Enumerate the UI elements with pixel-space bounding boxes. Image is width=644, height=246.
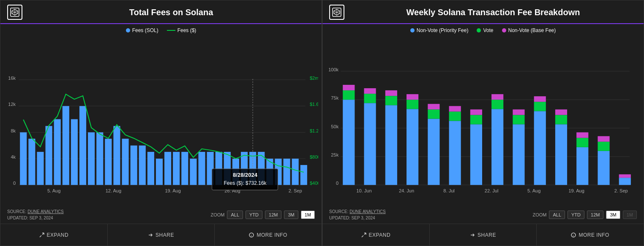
svg-rect-31 [113,126,120,185]
panel1-action-bar: EXPAND SHARE i MORE INFO [0,224,322,246]
svg-rect-38 [173,152,180,185]
svg-text:100k: 100k [328,67,338,72]
svg-rect-85 [364,88,376,94]
svg-text:2. Sep: 2. Sep [289,188,302,193]
svg-text:12. Aug: 12. Aug [106,188,121,193]
zoom-3m-btn[interactable]: 3M [284,211,298,219]
legend-dot-vote [477,28,481,32]
panel2-zoom-1m-btn[interactable]: 1M [623,211,637,219]
svg-text:5. Aug: 5. Aug [47,188,60,193]
panel1-header: Total Fees on Solana [0,0,322,20]
panel1-footer: SOURCE: DUNE ANALYTICS UPDATED: SEP 3, 2… [0,206,322,224]
svg-rect-105 [513,115,524,124]
info-icon-2: i [571,232,576,238]
svg-rect-20 [20,132,27,185]
svg-rect-40 [190,159,196,185]
svg-rect-102 [491,100,503,109]
panel2-source-link[interactable]: DUNE ANALYTICS [349,209,385,214]
svg-text:19. Aug: 19. Aug [165,188,180,193]
svg-rect-39 [181,152,188,185]
panel1-chart-area: 0 4k 8k 12k 16k $400k $800k $1.2m $1.6m … [0,35,322,206]
svg-text:10. Jun: 10. Jun [356,188,371,193]
legend-dot-fees-sol [126,28,130,32]
svg-rect-35 [147,152,154,185]
panel2-action-bar: EXPAND SHARE i MORE INFO [322,224,644,246]
legend-nonvote-priority: Non-Vote (Priority Fee) [410,27,469,33]
svg-text:4k: 4k [11,154,16,159]
svg-text:$1.6m: $1.6m [310,102,318,107]
svg-text:0: 0 [336,181,338,186]
share-icon [148,232,153,238]
svg-rect-86 [385,105,397,185]
svg-text:i: i [251,234,252,238]
svg-text:75k: 75k [331,95,338,100]
panel2-zoom-12m-btn[interactable]: 12M [587,211,603,219]
svg-text:25k: 25k [331,152,338,157]
panel2-share-btn[interactable]: SHARE [430,224,537,246]
svg-rect-25 [63,106,69,185]
panel2-header: Weekly Solana Transaction Fee Breakdown [322,0,644,20]
panel2-more-info-btn[interactable]: i MORE INFO [537,224,644,246]
panel1-expand-btn[interactable]: EXPAND [0,224,108,246]
svg-text:i: i [573,234,574,238]
svg-rect-94 [428,104,439,109]
zoom-12m-btn[interactable]: 12M [265,211,281,219]
svg-rect-29 [96,132,103,185]
panel1-source: SOURCE: DUNE ANALYTICS UPDATED: SEP 3, 2… [7,208,64,221]
svg-rect-28 [88,132,95,185]
svg-text:0: 0 [13,181,16,186]
panel2-expand-btn[interactable]: EXPAND [322,224,430,246]
svg-rect-115 [576,132,588,138]
panel1-purple-line [0,23,322,24]
panel1-title: Total Fees on Solana [27,8,315,17]
svg-text:8/28/2024: 8/28/2024 [233,172,258,178]
panel2-footer: SOURCE: DUNE ANALYTICS UPDATED: SEP 3, 2… [322,206,644,224]
zoom-1m-btn[interactable]: 1M [301,211,315,219]
svg-rect-23 [46,126,52,185]
panel2-logo [329,5,344,20]
svg-rect-37 [164,152,171,185]
svg-rect-33 [131,146,137,185]
svg-rect-101 [491,109,503,185]
panel2-zoom-3m-btn[interactable]: 3M [606,211,620,219]
svg-text:$800k: $800k [310,154,318,159]
zoom-all-btn[interactable]: ALL [227,211,243,219]
svg-rect-88 [385,90,397,96]
svg-text:24. Jun: 24. Jun [399,188,414,193]
panel2-source: SOURCE: DUNE ANALYTICS UPDATED: SEP 3, 2… [329,208,386,221]
svg-rect-89 [407,109,418,185]
svg-rect-103 [491,94,503,100]
svg-rect-36 [156,159,163,185]
panel2-zoom-all-btn[interactable]: ALL [549,211,565,219]
panel2-chart-svg: 0 25k 50k 75k 100k [326,37,640,206]
svg-rect-99 [470,115,482,124]
svg-rect-90 [407,100,418,109]
svg-text:Fees ($): $732.16k: Fees ($): $732.16k [224,180,267,186]
panel2-title: Weekly Solana Transaction Fee Breakdown [349,8,637,17]
svg-rect-41 [198,152,205,185]
svg-rect-24 [54,119,61,185]
panel1-chart-svg: 0 4k 8k 12k 16k $400k $800k $1.2m $1.6m … [4,37,318,206]
panel1-share-btn[interactable]: SHARE [108,224,215,246]
svg-rect-106 [513,109,524,115]
svg-rect-118 [598,136,609,142]
svg-rect-53 [300,165,307,185]
svg-rect-84 [364,94,376,103]
svg-rect-113 [576,147,588,185]
panel2-chart-area: 0 25k 50k 75k 100k [322,35,644,206]
legend-fees-sol: Fees (SOL) [126,27,158,33]
svg-rect-98 [470,124,482,185]
panel1-more-info-btn[interactable]: i MORE INFO [215,224,322,246]
svg-text:22. Jul: 22. Jul [485,188,499,193]
svg-rect-34 [139,146,146,185]
svg-text:$1.2m: $1.2m [310,128,318,133]
panel1-source-link[interactable]: DUNE ANALYTICS [27,209,63,214]
expand-icon [39,232,44,238]
svg-text:12k: 12k [8,102,16,107]
svg-rect-97 [449,106,461,111]
svg-rect-95 [449,121,461,185]
panel2-zoom-ytd-btn[interactable]: YTD [568,211,584,219]
svg-rect-100 [470,109,482,115]
svg-text:19. Aug: 19. Aug [568,188,584,193]
zoom-ytd-btn[interactable]: YTD [246,211,262,219]
